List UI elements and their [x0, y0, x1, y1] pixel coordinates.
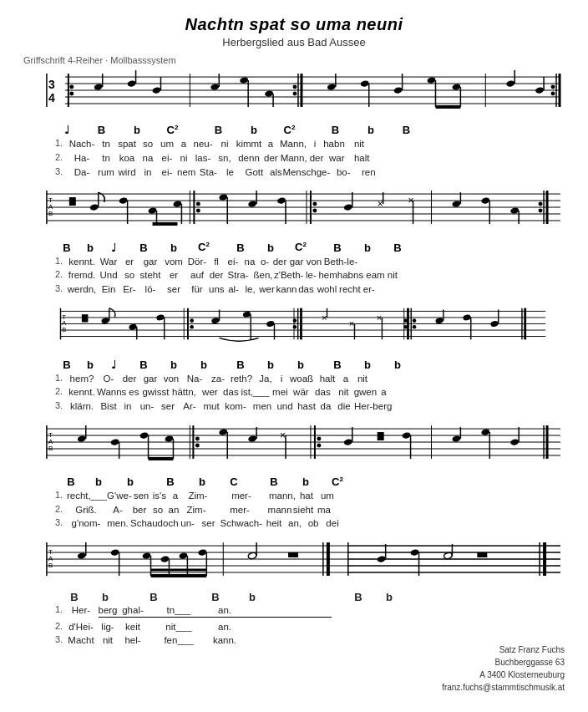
svg-point-70 [196, 202, 200, 206]
svg-point-166 [165, 435, 174, 442]
svg-point-21 [239, 76, 248, 84]
svg-point-143 [435, 317, 444, 324]
svg-text:B: B [48, 210, 53, 217]
svg-point-128 [293, 318, 297, 323]
svg-point-139 [403, 318, 408, 323]
lyrics-row-4-3: 3. g'nom-men.Schaudochun-serSchwach-heit… [55, 516, 565, 531]
griffschrift-label: Griffschrift 4-Reiher · Mollbasssystem [23, 55, 565, 65]
svg-point-147 [490, 320, 499, 328]
svg-point-98 [539, 209, 543, 213]
svg-text:B: B [62, 326, 66, 333]
svg-point-71 [196, 209, 200, 213]
svg-point-123 [266, 320, 275, 328]
svg-point-160 [77, 435, 86, 442]
svg-rect-108 [82, 314, 89, 322]
svg-text:×: × [378, 198, 383, 210]
svg-point-81 [312, 209, 317, 213]
svg-point-29 [327, 83, 336, 90]
svg-point-162 [110, 438, 119, 445]
svg-text:×: × [377, 312, 383, 322]
lyrics-row-3-2: 2. kennt.Wannsesgwissthättn,werdasist,__… [55, 385, 565, 399]
svg-rect-223 [288, 552, 298, 557]
svg-point-27 [293, 85, 297, 89]
svg-point-14 [127, 79, 136, 87]
svg-text:4: 4 [48, 91, 55, 104]
svg-point-35 [427, 76, 436, 84]
svg-point-41 [505, 79, 514, 87]
contact-line2: Buchberggasse 63 [442, 656, 565, 669]
lyrics-3: 1. hem?O-dergarvonNa-za-reth?Ja,iwoaßhal… [23, 372, 565, 414]
svg-point-89 [452, 201, 461, 208]
song-title: Nachtn spat so uma neuni [23, 15, 565, 34]
lyrics-row-2-1: 1. kennt.WarergarvomDör-flei-nao-dergarv… [55, 255, 565, 269]
section-5: T A B [23, 537, 565, 648]
lyrics-5: 1. Her-bergghal-tn___an. 2. d'Hei-lig-ke… [23, 603, 565, 648]
lyrics-row-1-3: 3. Da-rumwirdinei-nemSta-leGottalsMensch… [55, 165, 565, 180]
svg-point-232 [377, 555, 386, 562]
lyrics-row-1-1: 1. Nach-tnspatsoumaneu-nikimmtaMann,ihab… [55, 137, 565, 151]
svg-point-129 [293, 325, 297, 329]
chord-row-2: B b ♩ B b C2 B b C2 B b B [23, 241, 565, 253]
lyrics-2: 1. kennt.WarergarvomDör-flei-nao-dergarv… [23, 255, 565, 297]
staff-4: T A B × [23, 420, 565, 474]
svg-point-210 [142, 552, 151, 559]
lyrics-row-2-3: 3. werdn,EinEr-lö-serfürunsal-le,werkann… [55, 282, 565, 297]
chord-row-5a: B b B B b [55, 591, 339, 603]
svg-point-172 [195, 443, 200, 447]
svg-rect-238 [477, 552, 487, 557]
svg-point-183 [343, 438, 352, 445]
svg-point-82 [343, 204, 352, 211]
svg-point-10 [69, 85, 74, 89]
lyrics-row-2-2: 2. fremd.UndsostehteraufderStra-ßen,z'Be… [55, 268, 565, 282]
page: { "title": "Nachtn spat so uma neuni", "… [0, 0, 588, 712]
svg-text:3: 3 [48, 78, 55, 91]
svg-point-145 [463, 313, 472, 321]
svg-point-186 [402, 431, 411, 439]
contact-line4: franz.fuchs@stammtischmusik.at [442, 681, 565, 694]
svg-point-221 [247, 552, 256, 559]
svg-point-31 [360, 79, 369, 87]
svg-point-11 [69, 92, 74, 96]
svg-point-12 [94, 83, 103, 90]
svg-point-72 [219, 194, 228, 201]
lyrics-4: 1. recht,___G'we-senis'saZim-mer-mann,ha… [23, 489, 565, 531]
svg-rect-185 [378, 432, 384, 440]
svg-point-119 [210, 317, 220, 324]
svg-point-91 [481, 197, 490, 205]
svg-point-206 [77, 552, 86, 559]
staff-3: T A B [23, 303, 565, 357]
svg-point-212 [160, 555, 170, 562]
svg-point-140 [403, 325, 408, 329]
svg-point-175 [247, 435, 256, 442]
svg-point-189 [452, 435, 461, 442]
lyrics-row-5-2: 2. d'Hei-lig-keitnit___an. [55, 620, 565, 634]
svg-point-37 [452, 83, 461, 90]
section-4: T A B × [23, 420, 565, 531]
svg-text:×: × [349, 318, 355, 328]
chord-row-5-container: B b B B b B b [23, 591, 565, 603]
lyrics-row-4-2: 2. Griß.A-bersoanZim-mer-mannsiehtma [55, 503, 565, 517]
svg-point-236 [444, 552, 453, 559]
svg-point-141 [413, 318, 417, 323]
staff-5: T A B [23, 537, 565, 591]
song-subtitle: Herbergslied aus Bad Aussee [23, 36, 565, 48]
svg-point-164 [139, 431, 149, 439]
lyrics-row-4-1: 1. recht,___G'we-senis'saZim-mer-mann,ha… [55, 489, 565, 503]
svg-point-23 [264, 89, 273, 97]
svg-point-19 [210, 83, 220, 90]
svg-text:B: B [48, 445, 53, 452]
lyrics-1: 1. Nach-tnspatsoumaneu-nikimmtaMann,ihab… [23, 137, 565, 179]
svg-point-109 [101, 317, 110, 324]
lyrics-row-1-2: 2. Ha-tnkoanaei-nilas-sn,dennderMann,der… [55, 151, 565, 165]
svg-point-63 [148, 207, 157, 215]
svg-point-181 [317, 436, 321, 440]
section-3: T A B [23, 303, 565, 414]
svg-point-216 [198, 548, 207, 556]
section-1: 3 4 [23, 69, 565, 179]
svg-point-93 [509, 207, 519, 215]
svg-point-208 [110, 548, 119, 556]
svg-point-173 [219, 428, 228, 435]
contact-line3: A 3400 Klosterneuburg [442, 669, 565, 681]
chord-row-4: B b b B b C B b C2 [23, 476, 565, 488]
svg-point-117 [190, 318, 194, 323]
